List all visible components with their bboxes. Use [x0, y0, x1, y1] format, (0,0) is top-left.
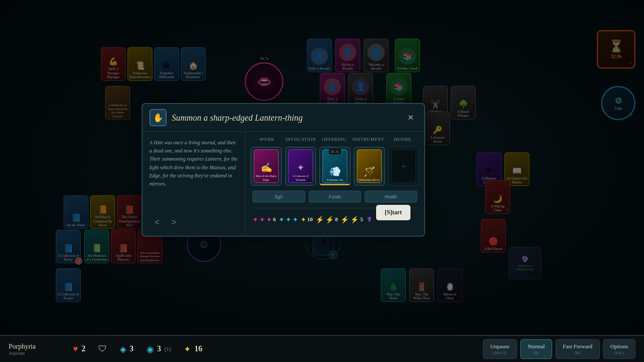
- player-name: Porphyria: [9, 343, 60, 350]
- stat-blue-icon: ◈: [120, 344, 126, 354]
- health-icon: ♥: [73, 344, 78, 354]
- player-title: Aspirant: [9, 350, 60, 356]
- symbol-group-purple: 🗡: [366, 216, 373, 223]
- summon-modal: ✋ Summon a sharp-edged Lantern-thing ✕ A…: [142, 103, 425, 237]
- symbol-pink-2: ✦: [259, 216, 265, 224]
- game-board: 💪 Skill: a Stronger Physique 📜 Temporary…: [0, 0, 644, 335]
- stat-cyan: ◉ 3 (1): [146, 344, 171, 354]
- slot-desire[interactable]: +: [388, 147, 419, 186]
- symbol-pink-1: ✦: [252, 216, 258, 224]
- symbol-group-cyan: ✦ ✦ ✦: [279, 216, 298, 224]
- symbol-gold-count2: 8: [335, 216, 338, 223]
- modal-header: ✋ Summon a sharp-edged Lantern-thing ✕: [143, 104, 424, 132]
- offering-timer: 45.3s: [329, 149, 340, 154]
- modal-overlay[interactable]: ✋ Summon a sharp-edged Lantern-thing ✕ A…: [0, 0, 644, 335]
- reason-icon: 🛡: [98, 344, 107, 354]
- symbol-group-pink: ✦ ✦ ✦ 6: [252, 216, 276, 224]
- symbol-group-gray: ⚡ ⚡ 5: [340, 216, 363, 224]
- player-info: Porphyria Aspirant: [9, 343, 60, 356]
- symbol-gray-1: ⚡: [340, 216, 349, 224]
- slot-offer-card-label: A Furious Air: [323, 177, 347, 183]
- fast-forward-button[interactable]: Fast Forward [M]: [556, 339, 600, 359]
- symbols-row: ✦ ✦ ✦ 6 ✦ ✦ ✦ ✦ 10: [251, 208, 419, 231]
- symbol-gold-3: ⚡: [325, 216, 334, 224]
- symbol-gold-1: ✦: [301, 216, 306, 224]
- stat-gold-value: 16: [194, 344, 202, 353]
- stat-blue: ◈ 3: [120, 344, 134, 354]
- aspect-btn-egh[interactable]: Egh: [252, 191, 305, 203]
- symbol-group-gold: ✦ 10: [301, 216, 313, 224]
- symbol-gold-2: ⚡: [316, 216, 324, 224]
- symbol-gray-count: 5: [360, 216, 363, 223]
- stat-blue-value: 3: [130, 344, 134, 353]
- slot-instr-card-label: Wildering Mirror: [357, 177, 381, 183]
- normal-button[interactable]: Normal [N]: [520, 339, 552, 359]
- modal-title: Summon a sharp-edged Lantern-thing: [172, 113, 399, 123]
- stat-cyan-sub: (1): [164, 346, 171, 353]
- symbol-gray-2: ⚡: [350, 216, 359, 224]
- modal-body: A Hint was once a living mortal, and the…: [143, 132, 424, 236]
- aspect-btn-health[interactable]: Health: [365, 191, 417, 203]
- stat-gold: ✦ 16: [184, 344, 202, 354]
- symbol-pink-count: 6: [273, 216, 276, 223]
- health-value: 2: [82, 344, 85, 353]
- stat-reason: 🛡: [98, 344, 107, 354]
- modal-icon: ✋: [149, 109, 167, 126]
- start-button[interactable]: [S]tart: [376, 205, 410, 220]
- slot-label-offering: Offering: [319, 137, 349, 142]
- symbol-cyan-1: ✦: [279, 216, 284, 224]
- stat-cyan-value: 3: [157, 344, 161, 353]
- slots-header: Work Invocation Offering Instrument Desi…: [251, 137, 419, 142]
- stat-health: ♥ 2: [73, 344, 85, 354]
- slot-work-card-label: Rite of the Map's Edge: [254, 173, 278, 183]
- symbol-cyan-3: ✦: [292, 216, 298, 224]
- symbol-pink-3: ✦: [266, 216, 272, 224]
- slot-invocation[interactable]: ✦ A Consent of Wounds: [285, 147, 316, 186]
- slot-label-invocation: Invocation: [286, 137, 316, 142]
- options-button[interactable]: Options [ESC]: [603, 339, 635, 359]
- symbol-group-gold2: ⚡ ⚡ 8: [316, 216, 338, 224]
- slot-instrument[interactable]: 🪄 Wildering Mirror: [354, 147, 385, 186]
- bottom-controls: Unpause [SPACE] Normal [N] Fast Forward …: [483, 339, 635, 359]
- symbol-cyan-2: ✦: [286, 216, 291, 224]
- stat-cyan-icon: ◉: [146, 344, 154, 354]
- unpause-button[interactable]: Unpause [SPACE]: [483, 339, 517, 359]
- modal-nav-prev[interactable]: <: [149, 216, 165, 229]
- aspects-row: Egh Funds Health: [251, 191, 419, 203]
- slot-invoc-card-label: A Consent of Wounds: [289, 173, 313, 183]
- slot-offering[interactable]: 💨 A Furious Air 45.3s: [319, 147, 350, 186]
- symbol-purple-1: 🗡: [366, 216, 373, 223]
- slot-label-instrument: Instrument: [352, 137, 384, 142]
- slot-label-work: Work: [252, 137, 282, 142]
- slot-work[interactable]: ✍ Rite of the Map's Edge: [251, 147, 282, 186]
- modal-slots-area: Work Invocation Offering Instrument Desi…: [246, 132, 424, 236]
- stat-gold-icon: ✦: [184, 344, 191, 354]
- aspect-btn-funds[interactable]: Funds: [309, 191, 361, 203]
- offering-progress: [320, 184, 350, 185]
- slots-row: ✍ Rite of the Map's Edge ✦ A Consent of …: [251, 147, 419, 186]
- slot-label-desire: Desire: [388, 137, 417, 142]
- bottom-bar: Porphyria Aspirant ♥ 2 🛡 ◈ 3 ◉ 3 (1) ✦ 1…: [0, 335, 644, 362]
- modal-nav-next[interactable]: >: [166, 216, 182, 229]
- modal-close-button[interactable]: ✕: [404, 111, 417, 124]
- symbol-gold-count1: 10: [307, 216, 313, 223]
